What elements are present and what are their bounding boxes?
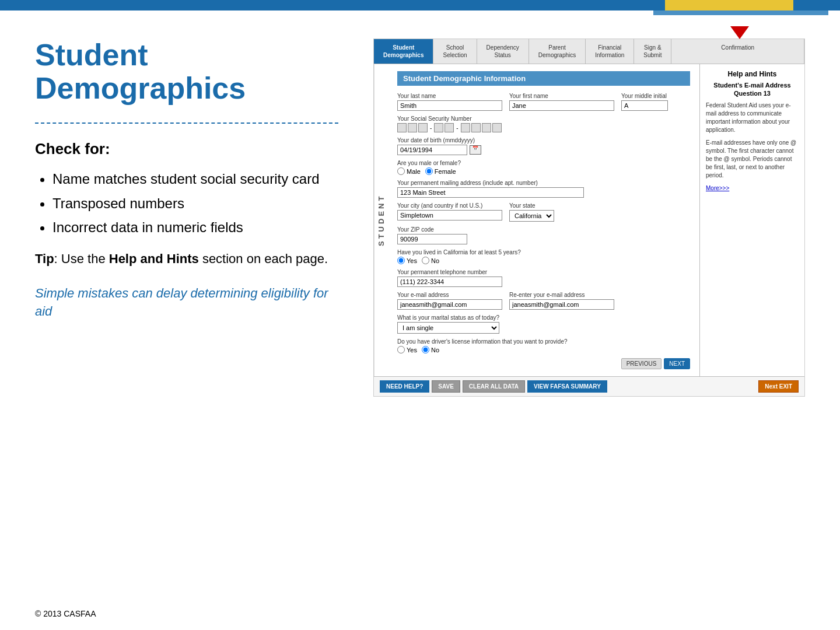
tab-school-selection[interactable]: School Selection xyxy=(433,39,477,64)
tab-student-demographics[interactable]: Student Demographics xyxy=(374,39,433,64)
form-main: Student Demographic Information Your las… xyxy=(388,64,699,376)
city-state-row: Your city (and country if not U.S.) Your… xyxy=(397,202,690,222)
phone-input[interactable] xyxy=(397,276,502,287)
address-label: Your permanent mailing address (include … xyxy=(397,180,690,186)
need-help-button[interactable]: NEED HELP? xyxy=(380,380,429,393)
email-confirm-input[interactable] xyxy=(509,299,614,310)
dl-yes-label: Yes xyxy=(407,346,417,354)
ssn-box-8 xyxy=(482,123,491,132)
form-bottom: NEED HELP? SAVE CLEAR ALL DATA VIEW FAFS… xyxy=(374,376,804,396)
page-title: Student Demographics xyxy=(35,38,338,105)
dob-input[interactable] xyxy=(397,145,467,155)
first-name-label: Your first name xyxy=(509,93,614,99)
left-panel: Student Demographics Check for: Name mat… xyxy=(35,38,338,397)
state-select[interactable]: California xyxy=(509,210,554,222)
clear-all-button[interactable]: CLEAR ALL DATA xyxy=(463,380,525,393)
phone-field: Your permanent telephone number xyxy=(397,269,502,287)
zip-input[interactable] xyxy=(397,234,467,244)
ssn-row: Your Social Security Number - - xyxy=(397,116,690,132)
gender-male-option[interactable]: Male xyxy=(397,167,421,175)
page-footer: © 2013 CASFAA xyxy=(35,609,96,618)
gender-female-option[interactable]: Female xyxy=(425,167,456,175)
state-label: Your state xyxy=(509,202,554,209)
calendar-icon[interactable]: 📅 xyxy=(470,145,481,155)
dl-yes-option[interactable]: Yes xyxy=(397,346,417,354)
address-row: Your permanent mailing address (include … xyxy=(397,180,690,198)
gender-label: Are you male or female? xyxy=(397,160,461,166)
first-name-field: Your first name xyxy=(509,93,614,111)
student-sidebar: STUDENT xyxy=(374,64,388,376)
prev-next-row: PREVIOUS NEXT xyxy=(397,358,690,369)
form-section-title: Student Demographic Information xyxy=(397,71,690,86)
last-name-label: Your last name xyxy=(397,93,502,99)
divider xyxy=(35,123,338,124)
city-input[interactable] xyxy=(397,210,502,220)
ca-no-radio[interactable] xyxy=(422,257,429,264)
dob-label: Your date of birth (mmddyyyy) xyxy=(397,137,481,144)
help-body-1: Federal Student Aid uses your e-mail add… xyxy=(706,102,799,134)
check-for-heading: Check for: xyxy=(35,140,338,158)
ca-yes-option[interactable]: Yes xyxy=(397,257,417,264)
zip-label: Your ZIP code xyxy=(397,226,467,233)
top-bar-yellow xyxy=(665,0,793,10)
tab-parent-demographics[interactable]: Parent Demographics xyxy=(529,39,586,64)
ca-yes-radio[interactable] xyxy=(397,257,405,264)
nav-tabs-wrapper: Student Demographics School Selection De… xyxy=(374,39,804,64)
tab-financial-information[interactable]: Financial Information xyxy=(586,39,634,64)
ca-no-label: No xyxy=(431,257,439,264)
help-more-link[interactable]: More>>> xyxy=(706,185,729,191)
middle-initial-label: Your middle initial xyxy=(621,93,668,99)
ca-resident-radio-group: Yes No xyxy=(397,257,521,264)
drivers-license-field: Do you have driver's license information… xyxy=(397,338,568,354)
marital-select[interactable]: I am single xyxy=(397,322,499,334)
gender-male-label: Male xyxy=(407,168,421,175)
tab-confirmation[interactable]: Confirmation xyxy=(671,39,804,64)
dob-row: Your date of birth (mmddyyyy) 📅 xyxy=(397,137,690,155)
ssn-boxes: - - xyxy=(397,123,502,132)
tab-dependency-status[interactable]: Dependency Status xyxy=(477,39,529,64)
marital-label: What is your marital status as of today? xyxy=(397,314,499,321)
gender-field: Are you male or female? Male Female xyxy=(397,160,461,175)
gender-male-radio[interactable] xyxy=(397,167,405,175)
nav-tabs: Student Demographics School Selection De… xyxy=(374,39,804,64)
ssn-label: Your Social Security Number xyxy=(397,116,502,122)
ssn-box-1 xyxy=(397,123,407,132)
last-name-input[interactable] xyxy=(397,100,502,111)
ssn-box-5 xyxy=(444,123,454,132)
previous-button[interactable]: PREVIOUS xyxy=(621,358,662,369)
marital-field: What is your marital status as of today?… xyxy=(397,314,499,334)
email-input[interactable] xyxy=(397,299,502,310)
address-input[interactable] xyxy=(397,187,584,198)
view-fafsa-button[interactable]: VIEW FAFSA SUMMARY xyxy=(527,380,607,393)
dl-yes-radio[interactable] xyxy=(397,346,405,354)
next-exit-button[interactable]: Next EXIT xyxy=(758,380,799,393)
ca-resident-field: Have you lived in California for at leas… xyxy=(397,249,521,264)
drivers-license-radio-group: Yes No xyxy=(397,346,568,354)
email-confirm-field: Re-enter your e-mail address xyxy=(509,292,614,310)
italic-text: Simple mistakes can delay determining el… xyxy=(35,285,338,321)
ca-no-option[interactable]: No xyxy=(422,257,439,264)
dl-no-radio[interactable] xyxy=(422,346,429,354)
gender-female-label: Female xyxy=(435,168,456,175)
middle-initial-input[interactable] xyxy=(621,100,668,111)
tab-sign-submit[interactable]: Sign & Submit xyxy=(634,39,671,64)
last-name-field: Your last name xyxy=(397,93,502,111)
ca-resident-row: Have you lived in California for at leas… xyxy=(397,249,690,264)
gender-radio-group: Male Female xyxy=(397,167,461,175)
zip-row: Your ZIP code xyxy=(397,226,690,244)
middle-initial-field: Your middle initial xyxy=(621,93,668,111)
phone-row: Your permanent telephone number xyxy=(397,269,690,287)
state-field: Your state California xyxy=(509,202,554,222)
first-name-input[interactable] xyxy=(509,100,614,111)
ssn-box-2 xyxy=(408,123,417,132)
help-body-2: E-mail addresses have only one @ symbol.… xyxy=(706,139,799,180)
save-button[interactable]: SAVE xyxy=(432,380,460,393)
drivers-license-row: Do you have driver's license information… xyxy=(397,338,690,354)
dl-no-option[interactable]: No xyxy=(422,346,439,354)
ca-yes-label: Yes xyxy=(407,257,417,264)
email-field: Your e-mail address xyxy=(397,292,502,310)
next-button[interactable]: NEXT xyxy=(664,358,690,369)
help-panel: Help and Hints Student's E-mail Address … xyxy=(699,64,804,376)
ssn-box-3 xyxy=(418,123,428,132)
gender-female-radio[interactable] xyxy=(425,167,433,175)
